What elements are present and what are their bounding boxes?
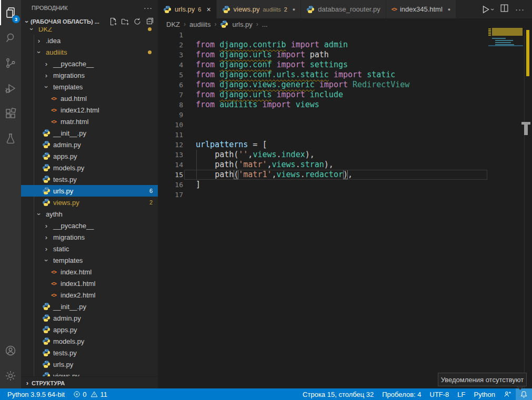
chevron-right-icon: › bbox=[42, 60, 51, 68]
code-line-9[interactable]: 9 bbox=[158, 110, 532, 120]
line-number: 1 bbox=[158, 30, 183, 40]
breadcrumb-item-symbol[interactable]: ... bbox=[262, 20, 268, 28]
tree-item-apps-py[interactable]: apps.py bbox=[21, 150, 158, 162]
code-line-7[interactable]: 7from django.urls import include bbox=[158, 90, 532, 100]
tree-item-static[interactable]: ›static bbox=[21, 243, 158, 254]
tree-item--pycache-[interactable]: ›__pycache__ bbox=[21, 220, 158, 231]
tree-item-models-py[interactable]: models.py bbox=[21, 335, 158, 347]
tree-item-aythh[interactable]: ›aythh bbox=[21, 208, 158, 220]
notifications-bell-icon[interactable] bbox=[516, 388, 532, 400]
explorer-badge: 3 bbox=[12, 15, 20, 23]
code-line-6[interactable]: 6from django.views.generic import Redire… bbox=[158, 80, 532, 90]
workspace-section-header[interactable]: › (РАБОЧАЯ ОБЛАСТЬ) ... bbox=[21, 16, 158, 27]
code-line-16[interactable]: 16] bbox=[158, 180, 532, 190]
code-line-10[interactable]: 10 bbox=[158, 120, 532, 130]
modified-dot-badge bbox=[148, 50, 152, 54]
tree-item-label: migrations bbox=[53, 233, 85, 241]
encoding-status[interactable]: UTF-8 bbox=[426, 388, 454, 400]
refresh-icon[interactable] bbox=[132, 16, 143, 27]
new-folder-icon[interactable] bbox=[120, 16, 131, 27]
tree-item-migrations[interactable]: ›migrations bbox=[21, 69, 158, 81]
tree-item-apps-py[interactable]: apps.py bbox=[21, 324, 158, 335]
extensions-icon[interactable] bbox=[0, 101, 21, 126]
tree-item-migrations[interactable]: ›migrations bbox=[21, 231, 158, 243]
account-icon[interactable] bbox=[0, 338, 21, 363]
code-line-4[interactable]: 4from django.conf import settings bbox=[158, 60, 532, 70]
code-line-3[interactable]: 3from django.urls import path bbox=[158, 50, 532, 60]
breadcrumb-item-folder[interactable]: audiiits bbox=[189, 20, 210, 28]
tree-item-matr-html[interactable]: <>matr.html bbox=[21, 116, 158, 127]
line-content: from django.contrib import admin bbox=[196, 40, 348, 50]
run-dropdown-chevron-icon[interactable]: › bbox=[489, 8, 496, 11]
views-more-actions-icon[interactable]: ··· bbox=[144, 4, 153, 12]
tree-item-admin-py[interactable]: admin.py bbox=[21, 312, 158, 324]
code-line-5[interactable]: 5from django.conf.urls.static import sta… bbox=[158, 70, 532, 80]
dirty-dot-icon[interactable]: ● bbox=[448, 7, 450, 12]
tree-item-index12-html[interactable]: <>index12.html bbox=[21, 104, 158, 116]
run-debug-icon[interactable] bbox=[0, 76, 21, 101]
tree-item--init-py[interactable]: __init__.py bbox=[21, 301, 158, 312]
code-line-15[interactable]: 15 path('matr1',views.redactor), bbox=[158, 170, 532, 180]
code-line-12[interactable]: 12urlpatterns = [ bbox=[158, 140, 532, 150]
chevron-down-icon: › bbox=[35, 48, 43, 56]
settings-gear-icon[interactable] bbox=[0, 363, 21, 388]
outline-section-header[interactable]: › СТРУКТУРА bbox=[21, 376, 158, 388]
testing-icon[interactable] bbox=[0, 126, 21, 151]
tab-bar: urls.py6×views.pyaudiiits2●database_roou… bbox=[158, 0, 532, 18]
explorer-icon[interactable]: 3 bbox=[0, 0, 21, 25]
source-control-icon[interactable] bbox=[0, 50, 21, 76]
tree-item-aud-html[interactable]: <>aud.html bbox=[21, 93, 158, 104]
tree-item--init-py[interactable]: __init__.py bbox=[21, 127, 158, 139]
tab-views-py[interactable]: views.pyaudiiits2● bbox=[217, 0, 302, 18]
split-editor-icon[interactable] bbox=[500, 4, 509, 15]
tab-index345-html[interactable]: <>index345.html● bbox=[386, 0, 456, 18]
code-line-13[interactable]: 13 path('',views.index), bbox=[158, 150, 532, 160]
tree-item--pycache-[interactable]: ›__pycache__ bbox=[21, 58, 158, 69]
tree-item-index2-html[interactable]: <>index2.html bbox=[21, 289, 158, 301]
tree-item-tests-py[interactable]: tests.py bbox=[21, 347, 158, 358]
tab-urls-py[interactable]: urls.py6× bbox=[158, 0, 217, 18]
tab-database-roouter-py[interactable]: database_roouter.py bbox=[301, 0, 386, 18]
eol-status[interactable]: LF bbox=[453, 388, 469, 400]
problems-status[interactable]: 0 11 bbox=[69, 388, 112, 400]
line-number: 10 bbox=[158, 120, 183, 130]
tree-item-templates[interactable]: ›templates bbox=[21, 81, 158, 93]
code-editor[interactable]: 12from django.contrib import admin3from … bbox=[158, 30, 532, 388]
tree-item--idea[interactable]: ›.idea bbox=[21, 35, 158, 46]
language-mode-status[interactable]: Python bbox=[470, 388, 499, 400]
code-line-11[interactable]: 11 bbox=[158, 130, 532, 140]
line-content: from django.conf import settings bbox=[196, 60, 348, 70]
tree-item-index-html[interactable]: <>index.html bbox=[21, 266, 158, 278]
code-line-2[interactable]: 2from django.contrib import admin bbox=[158, 40, 532, 50]
breadcrumb-item-file[interactable]: urls.py bbox=[232, 20, 252, 28]
breadcrumb-item-project[interactable]: DKZ bbox=[166, 20, 180, 28]
html-icon: <> bbox=[49, 117, 58, 126]
feedback-icon[interactable] bbox=[499, 388, 516, 400]
tree-item-admin-py[interactable]: admin.py bbox=[21, 139, 158, 150]
tree-item-templates[interactable]: ›templates bbox=[21, 254, 158, 266]
dirty-dot-icon[interactable]: ● bbox=[293, 7, 295, 12]
code-line-14[interactable]: 14 path('matr',views.stran), bbox=[158, 160, 532, 170]
chevron-right-icon: › bbox=[35, 37, 43, 45]
cursor-position-status[interactable]: Строка 15, столбец 32 bbox=[298, 388, 378, 400]
python-interpreter-status[interactable]: Python 3.9.5 64-bit bbox=[3, 388, 69, 400]
python-icon bbox=[42, 325, 51, 334]
tree-item-urls-py[interactable]: urls.py6 bbox=[21, 185, 158, 197]
tree-item-index1-html[interactable]: <>index1.html bbox=[21, 278, 158, 289]
new-file-icon[interactable] bbox=[108, 16, 118, 27]
tree-item-audiiits[interactable]: ›audiiits bbox=[21, 46, 158, 58]
tree-item-urls-py[interactable]: urls.py bbox=[21, 358, 158, 370]
editor-more-actions-icon[interactable]: ··· bbox=[515, 5, 525, 14]
indentation-status[interactable]: Пробелов: 4 bbox=[378, 388, 425, 400]
tree-item-views-py[interactable]: views.py2 bbox=[21, 197, 158, 208]
tree-item-models-py[interactable]: models.py bbox=[21, 162, 158, 173]
run-python-file-button[interactable]: › bbox=[481, 5, 494, 14]
code-line-1[interactable]: 1 bbox=[158, 30, 532, 40]
code-line-17[interactable]: 17 bbox=[158, 190, 532, 200]
close-icon[interactable]: × bbox=[206, 5, 210, 14]
tree-item-tests-py[interactable]: tests.py bbox=[21, 173, 158, 185]
minimap[interactable] bbox=[488, 28, 524, 91]
search-icon[interactable] bbox=[0, 25, 21, 50]
code-line-8[interactable]: 8from audiiits import views bbox=[158, 100, 532, 110]
collapse-folders-icon[interactable] bbox=[144, 16, 155, 27]
